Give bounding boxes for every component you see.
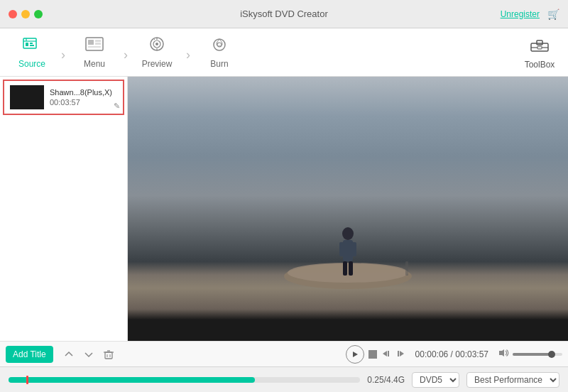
close-button[interactable] bbox=[9, 10, 17, 18]
svg-rect-31 bbox=[105, 352, 112, 359]
chevron-down-icon bbox=[84, 349, 94, 359]
tab-menu[interactable]: Menu bbox=[70, 31, 119, 74]
svg-rect-4 bbox=[30, 43, 33, 44]
titlebar: iSkysoft DVD Creator Unregister 🛒 bbox=[0, 0, 568, 28]
tab-preview[interactable]: Preview bbox=[132, 31, 182, 74]
svg-rect-3 bbox=[26, 43, 28, 46]
app-title: iSkysoft DVD Creator bbox=[240, 9, 328, 19]
svg-rect-27 bbox=[351, 242, 356, 256]
delete-button[interactable] bbox=[100, 346, 117, 363]
next-button[interactable] bbox=[395, 349, 405, 360]
video-thumbnail bbox=[10, 85, 44, 109]
preview-area bbox=[128, 77, 568, 341]
svg-rect-21 bbox=[537, 46, 542, 49]
next-icon bbox=[395, 349, 405, 358]
burn-icon bbox=[210, 36, 229, 56]
svg-rect-28 bbox=[343, 261, 347, 276]
unregister-link[interactable]: Unregister bbox=[501, 9, 540, 19]
distant-figure bbox=[400, 261, 414, 283]
list-item[interactable]: Shawn...8(Plus,X) 00:03:57 ✎ bbox=[3, 80, 124, 115]
toolbox-icon bbox=[530, 36, 550, 57]
edit-icon[interactable]: ✎ bbox=[114, 102, 120, 111]
play-icon bbox=[351, 351, 359, 358]
video-duration: 00:03:57 bbox=[50, 98, 117, 107]
play-button[interactable] bbox=[346, 345, 364, 364]
toolbar: Source › Menu › Pre bbox=[0, 28, 568, 77]
controls-bar: Add Title bbox=[0, 341, 568, 366]
svg-rect-40 bbox=[398, 351, 399, 356]
volume-knob bbox=[548, 351, 555, 358]
video-name: Shawn...8(Plus,X) bbox=[50, 88, 117, 97]
svg-marker-39 bbox=[400, 351, 404, 356]
cart-icon[interactable]: 🛒 bbox=[547, 9, 559, 20]
progress-marker bbox=[26, 376, 28, 384]
svg-marker-36 bbox=[353, 352, 358, 357]
preview-icon bbox=[148, 36, 166, 56]
progress-bar bbox=[9, 377, 360, 383]
svg-rect-10 bbox=[88, 46, 101, 48]
video-info: Shawn...8(Plus,X) 00:03:57 bbox=[50, 88, 117, 107]
trash-icon bbox=[103, 349, 114, 360]
move-down-button[interactable] bbox=[80, 346, 97, 363]
preview-label: Preview bbox=[142, 59, 173, 69]
video-frame bbox=[128, 77, 568, 341]
toolbox-label: ToolBox bbox=[525, 60, 555, 70]
sep-1: › bbox=[58, 50, 68, 55]
time-display: 00:00:06 / 00:03:57 bbox=[415, 349, 488, 359]
volume-control bbox=[498, 348, 562, 360]
progress-fill bbox=[9, 377, 255, 383]
svg-point-16 bbox=[214, 39, 225, 50]
tab-source[interactable]: Source bbox=[7, 31, 57, 74]
svg-rect-29 bbox=[349, 261, 353, 276]
svg-rect-25 bbox=[343, 240, 353, 261]
sidebar: Shawn...8(Plus,X) 00:03:57 ✎ bbox=[0, 77, 128, 341]
list-controls bbox=[60, 346, 117, 363]
menu-label: Menu bbox=[84, 59, 105, 69]
svg-marker-41 bbox=[499, 349, 504, 356]
prev-icon bbox=[381, 349, 391, 358]
svg-rect-19 bbox=[537, 40, 542, 45]
total-time: 00:03:57 bbox=[455, 349, 488, 359]
svg-marker-37 bbox=[383, 351, 387, 356]
svg-rect-9 bbox=[95, 43, 101, 45]
svg-point-13 bbox=[155, 43, 158, 45]
volume-slider[interactable] bbox=[513, 353, 562, 356]
video-overlay bbox=[248, 159, 447, 301]
previous-button[interactable] bbox=[381, 349, 391, 360]
svg-rect-5 bbox=[30, 45, 34, 46]
current-time: 00:00:06 bbox=[415, 349, 449, 359]
add-title-button[interactable]: Add Title bbox=[6, 346, 53, 363]
chevron-up-icon bbox=[64, 349, 74, 359]
svg-point-24 bbox=[342, 227, 354, 240]
quality-select[interactable]: Best Performance High Quality bbox=[466, 372, 559, 388]
size-info: 0.25/4.4G bbox=[367, 375, 405, 385]
sep-3: › bbox=[183, 50, 193, 55]
status-bar: 0.25/4.4G DVD5 DVD9 Best Performance Hig… bbox=[0, 366, 568, 392]
maximize-button[interactable] bbox=[34, 10, 43, 18]
svg-rect-30 bbox=[405, 261, 408, 276]
tab-burn[interactable]: Burn bbox=[195, 31, 244, 74]
toolbox-button[interactable]: ToolBox bbox=[518, 31, 561, 74]
menu-icon bbox=[85, 36, 104, 56]
svg-rect-26 bbox=[339, 242, 344, 256]
speaker-icon bbox=[498, 348, 510, 358]
svg-rect-7 bbox=[88, 40, 94, 45]
playback-controls bbox=[346, 345, 405, 364]
move-up-button[interactable] bbox=[60, 346, 77, 363]
source-icon bbox=[23, 36, 41, 56]
source-label: Source bbox=[18, 59, 45, 69]
burn-label: Burn bbox=[210, 59, 228, 69]
main-area: Shawn...8(Plus,X) 00:03:57 ✎ bbox=[0, 77, 568, 341]
svg-rect-38 bbox=[388, 351, 389, 356]
volume-fill bbox=[513, 353, 550, 356]
svg-point-23 bbox=[288, 263, 408, 283]
svg-rect-8 bbox=[95, 40, 101, 42]
minimize-button[interactable] bbox=[21, 10, 30, 18]
window-controls bbox=[9, 10, 43, 18]
disc-type-select[interactable]: DVD5 DVD9 bbox=[412, 372, 459, 388]
volume-icon bbox=[498, 348, 510, 360]
sep-2: › bbox=[121, 50, 131, 55]
stop-button[interactable] bbox=[368, 350, 377, 359]
